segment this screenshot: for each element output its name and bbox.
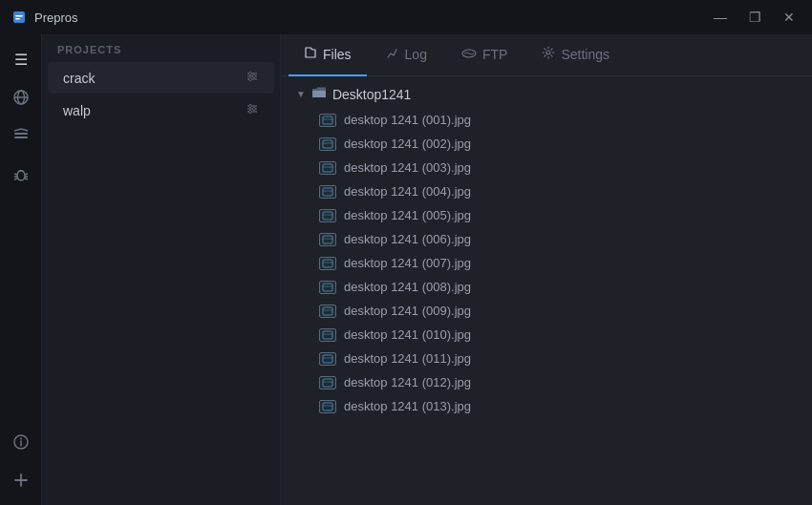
files-tab-icon — [304, 46, 317, 62]
menu-icon[interactable]: ☰ — [4, 42, 38, 76]
file-type-icon — [319, 400, 336, 413]
file-item[interactable]: desktop 1241 (005).jpg — [281, 203, 812, 227]
file-type-icon — [319, 305, 336, 318]
folder-name: Desktop1241 — [332, 87, 412, 102]
svg-point-8 — [17, 171, 25, 180]
file-item[interactable]: desktop 1241 (007).jpg — [281, 251, 812, 275]
file-type-icon — [319, 114, 336, 127]
file-type-icon — [319, 376, 336, 389]
project-item-walp[interactable]: walp — [48, 95, 274, 126]
file-item[interactable]: desktop 1241 (001).jpg — [281, 108, 812, 132]
main-content: Files Log FTP — [281, 34, 812, 505]
svg-point-31 — [249, 111, 252, 114]
maximize-button[interactable]: ❐ — [739, 4, 770, 31]
svg-rect-55 — [323, 379, 332, 387]
tabs-bar: Files Log FTP — [281, 34, 812, 76]
svg-point-25 — [249, 78, 252, 81]
tab-files[interactable]: Files — [288, 34, 367, 76]
svg-rect-57 — [323, 403, 332, 410]
minimize-button[interactable]: — — [705, 4, 736, 31]
file-list: desktop 1241 (001).jpg desktop 1241 (002… — [281, 108, 812, 418]
file-name: desktop 1241 (010).jpg — [344, 327, 471, 342]
bug-icon[interactable] — [4, 157, 38, 191]
file-type-icon — [319, 257, 336, 270]
file-type-icon — [319, 328, 336, 342]
svg-rect-35 — [323, 140, 332, 148]
file-item[interactable]: desktop 1241 (012).jpg — [281, 370, 812, 394]
tab-log-label: Log — [405, 47, 427, 62]
file-name: desktop 1241 (004).jpg — [344, 184, 471, 199]
close-button[interactable]: ✕ — [774, 4, 804, 31]
info-icon[interactable] — [4, 425, 38, 459]
add-project-icon[interactable] — [4, 463, 38, 497]
log-tab-icon — [386, 46, 399, 62]
svg-point-29 — [249, 105, 252, 108]
file-name: desktop 1241 (002).jpg — [344, 137, 471, 151]
file-type-icon — [319, 352, 336, 366]
app-body: ☰ — [0, 34, 812, 505]
svg-line-13 — [14, 179, 17, 179]
svg-line-10 — [25, 174, 28, 175]
app-icon — [11, 10, 27, 25]
tab-settings[interactable]: Settings — [526, 34, 625, 76]
globe-icon[interactable] — [4, 80, 38, 115]
file-item[interactable]: desktop 1241 (009).jpg — [281, 299, 812, 323]
file-type-icon — [319, 185, 336, 199]
ftp-tab-icon — [461, 47, 477, 62]
file-item[interactable]: desktop 1241 (006).jpg — [281, 227, 812, 251]
folder-desktop1241[interactable]: ▼ Desktop1241 — [281, 80, 812, 108]
file-name: desktop 1241 (005).jpg — [344, 208, 471, 222]
svg-rect-37 — [323, 164, 332, 172]
tab-ftp-label: FTP — [482, 47, 507, 62]
project-name-crack: crack — [63, 71, 95, 86]
svg-point-30 — [253, 108, 256, 111]
file-type-icon — [319, 137, 336, 151]
file-name: desktop 1241 (009).jpg — [344, 304, 471, 318]
project-settings-icon-walp[interactable] — [246, 102, 259, 118]
svg-line-14 — [25, 179, 28, 179]
file-name: desktop 1241 (007).jpg — [344, 256, 471, 270]
svg-point-24 — [253, 75, 256, 78]
file-browser: ▼ Desktop1241 desktop 1241 (001).jpg des… — [281, 76, 812, 505]
svg-rect-7 — [14, 137, 28, 138]
svg-rect-45 — [323, 260, 332, 267]
app-title: Prepros — [34, 11, 78, 25]
project-settings-icon-crack[interactable] — [246, 70, 259, 86]
svg-rect-1 — [15, 15, 23, 17]
file-item[interactable]: desktop 1241 (010).jpg — [281, 323, 812, 347]
file-name: desktop 1241 (012).jpg — [344, 375, 471, 389]
folder-icon — [311, 86, 327, 102]
project-item-crack[interactable]: crack — [48, 62, 274, 94]
file-name: desktop 1241 (008).jpg — [344, 280, 471, 294]
file-type-icon — [319, 233, 336, 246]
tab-files-label: Files — [323, 47, 352, 62]
file-item[interactable]: desktop 1241 (013).jpg — [281, 394, 812, 418]
file-item[interactable]: desktop 1241 (011).jpg — [281, 347, 812, 370]
svg-rect-33 — [323, 116, 332, 124]
file-item[interactable]: desktop 1241 (008).jpg — [281, 275, 812, 299]
projects-header: PROJECTS — [42, 34, 280, 61]
svg-rect-41 — [323, 212, 332, 220]
svg-rect-0 — [13, 11, 25, 23]
svg-line-9 — [14, 174, 17, 175]
file-type-icon — [319, 209, 336, 222]
icon-sidebar: ☰ — [0, 34, 42, 505]
layers-icon[interactable] — [4, 118, 38, 153]
file-item[interactable]: desktop 1241 (002).jpg — [281, 132, 812, 156]
tab-log[interactable]: Log — [371, 34, 442, 76]
tab-ftp[interactable]: FTP — [446, 34, 523, 76]
file-name: desktop 1241 (001).jpg — [344, 113, 471, 127]
file-name: desktop 1241 (013).jpg — [344, 399, 471, 413]
project-name-walp: walp — [63, 103, 91, 118]
icon-sidebar-top: ☰ — [4, 42, 38, 425]
settings-tab-icon — [542, 46, 555, 62]
file-item[interactable]: desktop 1241 (003).jpg — [281, 156, 812, 179]
file-name: desktop 1241 (006).jpg — [344, 232, 471, 246]
projects-panel: PROJECTS crack walp — [42, 34, 281, 505]
file-name: desktop 1241 (011).jpg — [344, 351, 471, 366]
svg-point-23 — [249, 73, 252, 75]
icon-sidebar-bottom — [4, 425, 38, 497]
svg-rect-49 — [323, 307, 332, 315]
file-item[interactable]: desktop 1241 (004).jpg — [281, 179, 812, 203]
svg-rect-53 — [323, 355, 332, 363]
